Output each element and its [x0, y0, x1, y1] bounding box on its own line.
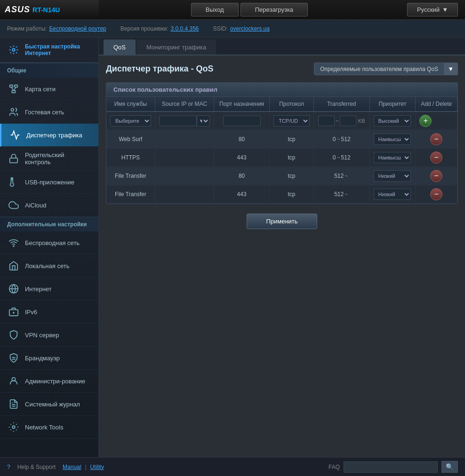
sidebar-item-vpn[interactable]: VPN сервер — [0, 324, 98, 347]
sidebar-item-label: Беспроводная сеть — [25, 239, 80, 246]
rules-tbody: Выберите ▼ — [106, 111, 457, 204]
transferred-cell: 512 ~ — [313, 167, 369, 185]
sidebar-item-usb-app[interactable]: USB-приложение — [0, 171, 98, 194]
quick-setup-icon — [7, 43, 20, 56]
rules-table: Имя службы Source IP or MAC Порт назначе… — [106, 97, 457, 204]
reboot-button[interactable]: Перезагрузка — [241, 3, 308, 16]
delete-cell: − — [416, 130, 457, 149]
page-title: Диспетчер трафика - QoS — [106, 64, 213, 74]
protocol-cell: tcp — [270, 167, 314, 185]
tab-qos[interactable]: QoS — [104, 40, 136, 55]
sidebar-item-wireless[interactable]: Беспроводная сеть — [0, 231, 98, 254]
faq-area: FAQ 🔍 — [329, 461, 458, 473]
svg-rect-1 — [10, 85, 13, 87]
logout-button[interactable]: Выход — [191, 3, 239, 16]
source-ip-cell — [155, 167, 214, 185]
row-priority-select[interactable]: НаивысшВысокийСреднийНизкий — [374, 152, 411, 163]
sidebar-item-firewall[interactable]: Брандмауэр — [0, 347, 98, 370]
delete-cell: − — [416, 185, 457, 204]
sidebar-item-network-tools[interactable]: Network Tools — [0, 416, 98, 439]
tilde-separator: ~ — [336, 118, 339, 124]
rules-table-container: Список пользовательских правил Имя служб… — [106, 82, 458, 204]
transferred-cell: 0 ~ 512 — [313, 130, 369, 149]
svg-rect-2 — [15, 85, 17, 87]
add-priority-cell: Высокий Наивысш Низкий Средний — [369, 111, 416, 130]
sidebar-item-guest-network[interactable]: Гостевая сеть — [0, 101, 98, 124]
priority-cell: НаивысшВысокийСреднийНизкий — [369, 185, 416, 204]
delete-rule-button[interactable]: − — [430, 188, 442, 200]
protocol-select[interactable]: TCP/UD — [273, 115, 310, 127]
add-transferred-cell: ~ KB — [313, 111, 369, 130]
mode-value[interactable]: Беспроводной роутер — [49, 25, 106, 32]
add-action-cell: + — [416, 111, 457, 130]
source-ip-cell — [155, 130, 214, 149]
apply-button[interactable]: Применить — [247, 214, 317, 229]
delete-cell: − — [416, 149, 457, 167]
svg-line-4 — [11, 87, 14, 90]
mode-status: Режим работы: Беспроводной роутер — [7, 25, 106, 32]
port-cell: 443 — [214, 185, 270, 204]
logo-area: ASUS RT-N14U — [0, 0, 99, 19]
language-button[interactable]: Русский ▼ — [407, 3, 458, 16]
manual-link[interactable]: Manual — [63, 464, 81, 470]
mode-label: Режим работы: — [7, 25, 47, 32]
add-rule-button[interactable]: + — [419, 115, 432, 127]
section-header-advanced: Дополнительные настройки — [0, 217, 98, 231]
sidebar-item-network-map[interactable]: Карта сети — [0, 78, 98, 101]
dropdown-arrow[interactable]: ▼ — [444, 63, 457, 75]
sidebar-item-internet[interactable]: Интернет — [0, 278, 98, 301]
delete-rule-button[interactable]: − — [430, 133, 442, 145]
add-source-ip-cell: ▼ — [155, 111, 214, 130]
sidebar-item-syslog[interactable]: Системный журнал — [0, 393, 98, 416]
sidebar-item-traffic-manager[interactable]: Диспетчер трафика — [0, 124, 98, 147]
port-cell: 80 — [214, 167, 270, 185]
delete-rule-button[interactable]: − — [430, 170, 442, 182]
priority-select[interactable]: Высокий Наивысш Низкий Средний — [374, 115, 411, 127]
row-priority-select[interactable]: НаивысшВысокийСреднийНизкий — [374, 189, 411, 200]
port-input[interactable] — [223, 116, 261, 126]
source-ip-cell — [155, 149, 214, 167]
sidebar-item-admin[interactable]: Администри-рование — [0, 370, 98, 393]
service-select[interactable]: Выберите — [110, 115, 151, 127]
sidebar-item-label: Брандмауэр — [25, 355, 60, 362]
apply-btn-area: Применить — [106, 214, 458, 229]
delete-cell: − — [416, 167, 457, 185]
table-row: File Transfer 80 tcp 512 ~ НаивысшВысоки… — [106, 167, 457, 185]
source-ip-input[interactable] — [159, 116, 197, 126]
source-ip-dropdown[interactable]: ▼ — [197, 115, 210, 127]
priority-cell: НаивысшВысокийСреднийНизкий — [369, 149, 416, 167]
syslog-icon — [7, 397, 20, 411]
sidebar-item-lan[interactable]: Локальная сеть — [0, 254, 98, 278]
sidebar-item-label: Network Tools — [25, 424, 63, 431]
ssid-value[interactable]: overclockers.ua — [230, 25, 270, 32]
language-selector: Русский ▼ — [400, 3, 465, 16]
row-priority-select[interactable]: НаивысшВысокийСреднийНизкий — [374, 134, 411, 145]
sidebar-item-label: AiCloud — [25, 202, 47, 209]
transfer-to-input[interactable] — [340, 116, 356, 126]
sidebar-item-aicloud[interactable]: AiCloud — [0, 194, 98, 217]
sidebar-item-label: VPN сервер — [25, 332, 59, 339]
sidebar-item-label: Интернет — [25, 286, 52, 293]
sidebar-item-ipv6[interactable]: IPv6 — [0, 301, 98, 324]
col-priority: Приоритет — [369, 97, 416, 111]
transfer-from-input[interactable] — [318, 116, 335, 126]
admin-icon — [7, 374, 20, 388]
delete-rule-button[interactable]: − — [430, 151, 442, 164]
faq-search-input[interactable] — [344, 461, 438, 473]
top-nav: Выход Перезагрузка — [99, 0, 400, 19]
utility-link[interactable]: Utility — [90, 464, 104, 470]
svg-point-10 — [13, 246, 14, 246]
svg-point-6 — [11, 109, 14, 111]
faq-search-button[interactable]: 🔍 — [441, 461, 458, 473]
firmware-value[interactable]: 3.0.0.4.356 — [170, 25, 199, 32]
parental-control-icon — [7, 152, 20, 165]
col-transferred: Transferred — [313, 97, 369, 111]
guest-network-icon — [7, 105, 20, 119]
sidebar-item-label: Администри-рование — [25, 378, 85, 385]
tab-traffic-monitor[interactable]: Мониторинг трафика — [136, 40, 216, 55]
row-priority-select[interactable]: НаивысшВысокийСреднийНизкий — [374, 170, 411, 182]
qos-mode-dropdown[interactable]: Определяемые пользователем правила QoS ▼ — [314, 63, 458, 75]
separator: | — [85, 464, 86, 470]
sidebar-item-parental-control[interactable]: Родительский контроль — [0, 147, 98, 171]
sidebar-item-quick-setup[interactable]: Быстрая настройка Интернет — [0, 38, 98, 63]
